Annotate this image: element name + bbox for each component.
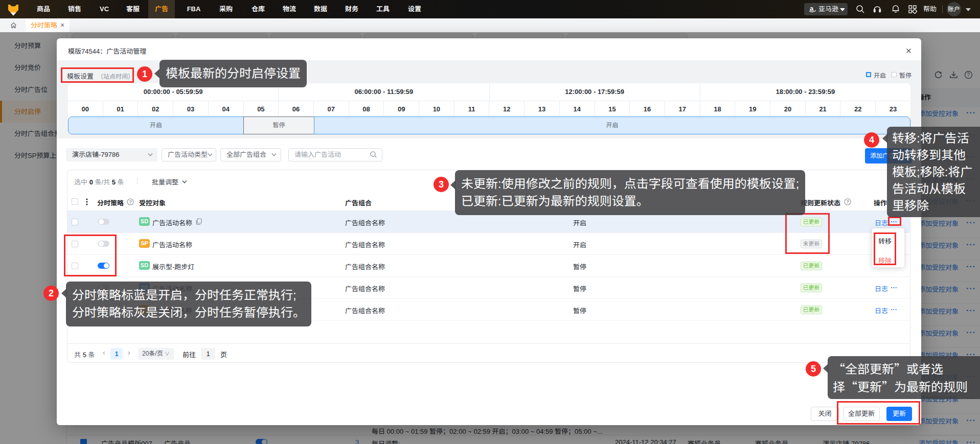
svg-text:a: a [810,5,814,12]
svg-text:?: ? [129,199,132,204]
svg-text:?: ? [847,199,850,204]
